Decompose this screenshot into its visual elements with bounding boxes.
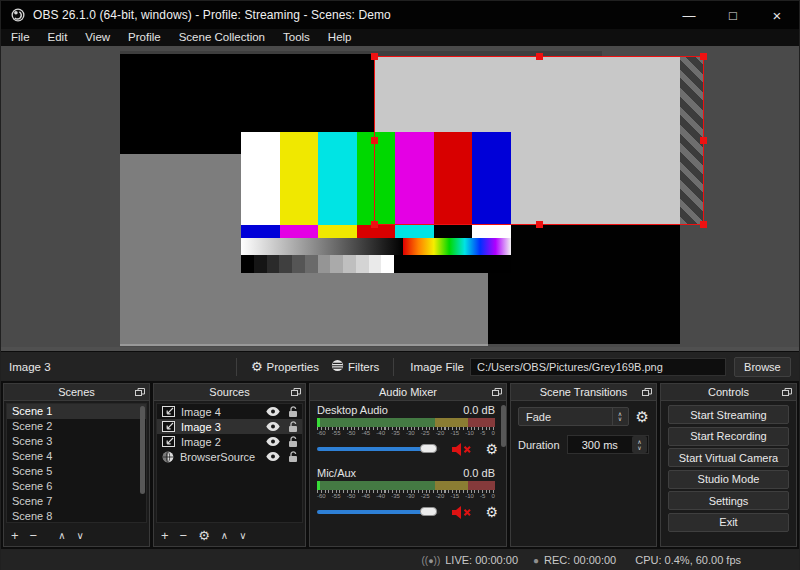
controls-dock: Controls Start Streaming Start Recording… — [660, 383, 797, 547]
dock-float-icon[interactable] — [492, 388, 502, 396]
properties-button[interactable]: ⚙ Properties — [245, 356, 325, 378]
mixer-dock-header[interactable]: Audio Mixer — [310, 384, 506, 401]
source-toolbar: Image 3 ⚙ Properties Filters Image File … — [1, 351, 799, 381]
sources-dock-header[interactable]: Sources — [154, 384, 305, 401]
add-scene-button[interactable]: + — [11, 529, 19, 542]
transitions-title: Scene Transitions — [540, 386, 627, 398]
move-source-up-button[interactable]: ∧ — [221, 531, 228, 541]
black-filler — [394, 255, 511, 273]
menu-tools[interactable]: Tools — [274, 29, 319, 46]
volume-slider[interactable] — [317, 447, 440, 451]
dock-float-icon[interactable] — [291, 388, 301, 396]
dock-float-icon[interactable] — [782, 388, 792, 396]
grayscale-gradient — [241, 238, 403, 255]
move-scene-down-button[interactable]: ∨ — [77, 531, 84, 541]
start-virtual-camera-button[interactable]: Start Virtual Camera — [668, 448, 789, 467]
minimize-button[interactable]: — — [667, 1, 711, 29]
source-row-image4[interactable]: Image 4 — [157, 404, 302, 419]
meter-scale-label: -10 — [465, 493, 474, 500]
volume-slider-handle[interactable] — [420, 444, 437, 453]
transitions-dock-header[interactable]: Scene Transitions — [511, 384, 656, 401]
remove-scene-button[interactable]: − — [30, 529, 38, 542]
mute-speaker-icon[interactable] — [452, 443, 475, 456]
filters-button[interactable]: Filters — [325, 356, 385, 378]
scene-list-item[interactable]: Scene 4 — [7, 449, 146, 464]
mixer-scrollbar[interactable] — [501, 405, 506, 447]
meter-scale-label: -30 — [406, 493, 415, 500]
lock-icon[interactable] — [288, 406, 298, 418]
lock-icon[interactable] — [288, 421, 298, 433]
selection-handle-top-right[interactable] — [700, 53, 707, 60]
studio-mode-button[interactable]: Studio Mode — [668, 470, 789, 489]
menu-scene-collection[interactable]: Scene Collection — [170, 29, 274, 46]
move-source-down-button[interactable]: ∨ — [239, 531, 246, 541]
selection-handle-top-left[interactable] — [371, 53, 378, 60]
add-source-button[interactable]: + — [161, 529, 169, 542]
move-scene-up-button[interactable]: ∧ — [58, 531, 65, 541]
menu-edit[interactable]: Edit — [39, 29, 77, 46]
selection-handle-bottom-left[interactable] — [371, 221, 378, 228]
remove-source-button[interactable]: − — [180, 529, 188, 542]
scene-list-item[interactable]: Scene 1 — [7, 404, 146, 419]
scene-list-item[interactable]: Scene 2 — [7, 419, 146, 434]
menu-file[interactable]: File — [2, 29, 39, 46]
visibility-eye-icon[interactable] — [266, 437, 280, 446]
volume-slider-handle[interactable] — [420, 507, 437, 516]
lock-icon[interactable] — [288, 451, 298, 463]
visibility-eye-icon[interactable] — [266, 407, 280, 416]
pattern-cell — [267, 255, 280, 273]
window-title: OBS 26.1.0 (64-bit, windows) - Profile: … — [33, 8, 667, 22]
spinbox-arrows-icon[interactable]: ∧ ∨ — [632, 436, 647, 453]
scene-list-item[interactable]: Scene 5 — [7, 464, 146, 479]
selection-handle-mid-left[interactable] — [371, 137, 378, 144]
exit-button[interactable]: Exit — [668, 513, 789, 532]
source-label: BrowserSource — [180, 451, 258, 463]
source-row-image2[interactable]: Image 2 — [157, 434, 302, 449]
selection-handle-top-mid[interactable] — [536, 53, 543, 60]
black-source-rect-bottom[interactable] — [488, 225, 680, 344]
source-row-browsersource[interactable]: BrowserSource — [157, 449, 302, 464]
settings-button[interactable]: Settings — [668, 491, 789, 510]
scenes-dock-header[interactable]: Scenes — [4, 384, 149, 401]
maximize-button[interactable]: □ — [711, 1, 755, 29]
browse-button[interactable]: Browse — [734, 357, 791, 377]
image-file-input[interactable] — [470, 358, 726, 376]
dock-float-icon[interactable] — [135, 388, 145, 396]
scene-list-item[interactable]: Scene 3 — [7, 434, 146, 449]
image-icon — [162, 421, 175, 432]
scene-list-item[interactable]: Scene 6 — [7, 479, 146, 494]
transition-settings-gear-icon[interactable]: ⚙ — [636, 409, 649, 424]
transition-select[interactable]: Fade ∧ ∨ — [518, 407, 629, 426]
pattern-cell — [318, 132, 357, 225]
source-properties-gear-icon[interactable]: ⚙ — [198, 529, 210, 542]
controls-dock-header[interactable]: Controls — [661, 384, 796, 401]
preview-canvas[interactable] — [1, 46, 799, 351]
visibility-eye-icon[interactable] — [266, 452, 280, 461]
visibility-eye-icon[interactable] — [266, 422, 280, 431]
start-recording-button[interactable]: Start Recording — [668, 427, 789, 446]
close-button[interactable]: × — [755, 1, 799, 29]
menu-help[interactable]: Help — [319, 29, 361, 46]
start-streaming-button[interactable]: Start Streaming — [668, 405, 789, 424]
selection-handle-bottom-mid[interactable] — [536, 221, 543, 228]
selection-handle-bottom-right[interactable] — [700, 221, 707, 228]
channel-settings-gear-icon[interactable]: ⚙ — [485, 505, 498, 519]
mixer-body: Desktop Audio 0.0 dB -60-55-50-45-40-35-… — [310, 401, 506, 546]
menu-view[interactable]: View — [76, 29, 119, 46]
selection-handle-mid-right[interactable] — [700, 137, 707, 144]
lock-icon[interactable] — [288, 436, 298, 448]
meter-scale-label: -25 — [421, 493, 430, 500]
properties-label: Properties — [267, 361, 319, 373]
menu-profile[interactable]: Profile — [119, 29, 170, 46]
mute-speaker-icon[interactable] — [452, 506, 475, 519]
dock-float-icon[interactable] — [642, 388, 652, 396]
scene-list-item[interactable]: Scene 7 — [7, 494, 146, 509]
source-row-image3[interactable]: Image 3 — [157, 419, 302, 434]
scenes-scrollbar[interactable] — [140, 406, 145, 494]
volume-slider[interactable] — [317, 510, 440, 514]
duration-spinbox[interactable]: 300 ms ∧ ∨ — [567, 435, 649, 454]
scene-list-item[interactable]: Scene 8 — [7, 509, 146, 523]
pattern-cell — [330, 255, 343, 273]
channel-settings-gear-icon[interactable]: ⚙ — [485, 442, 498, 456]
meter-scale-label: -40 — [376, 430, 385, 437]
